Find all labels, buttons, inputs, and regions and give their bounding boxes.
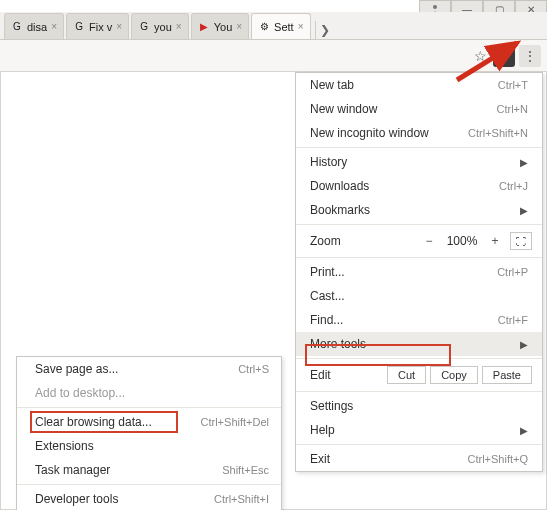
extension-button[interactable]: ⋯ [493,45,515,67]
menu-separator [17,407,281,408]
menu-separator [296,358,542,359]
menu-label: Extensions [35,439,94,453]
tab-3[interactable]: ▶ You × [191,13,249,39]
tab-title: Fix v [89,21,112,33]
close-icon[interactable]: × [176,21,182,32]
menu-edit: Edit Cut Copy Paste [296,361,542,389]
menu-label: Bookmarks [310,203,370,217]
menu-label: Developer tools [35,492,118,506]
close-icon[interactable]: × [116,21,122,32]
menu-shortcut: Ctrl+S [238,363,269,375]
menu-separator [296,224,542,225]
google-favicon-icon: G [11,21,23,32]
google-favicon-icon: G [138,21,150,32]
submenu-add-desktop[interactable]: Add to desktop... [17,381,281,405]
menu-separator [17,484,281,485]
new-tab-button[interactable]: ❯ [315,21,335,39]
submenu-arrow-icon: ▶ [520,157,528,168]
menu-label: History [310,155,347,169]
menu-label: Find... [310,313,343,327]
menu-more-tools[interactable]: More tools ▶ [296,332,542,356]
settings-favicon-icon: ⚙ [258,21,270,32]
menu-label: Clear browsing data... [35,415,152,429]
menu-new-window[interactable]: New window Ctrl+N [296,97,542,121]
more-tools-submenu: Save page as... Ctrl+S Add to desktop...… [16,356,282,510]
chrome-main-menu: New tab Ctrl+T New window Ctrl+N New inc… [295,72,543,472]
fullscreen-button[interactable]: ⛶ [510,232,532,250]
menu-label: Save page as... [35,362,118,376]
menu-label: Edit [310,368,383,382]
close-icon[interactable]: × [51,21,57,32]
submenu-clear-browsing-data[interactable]: Clear browsing data... Ctrl+Shift+Del [17,410,281,434]
menu-shortcut: Ctrl+Shift+I [214,493,269,505]
tab-2[interactable]: G you × [131,13,189,39]
menu-shortcut: Ctrl+F [498,314,528,326]
tab-title: disa [27,21,47,33]
submenu-arrow-icon: ▶ [520,425,528,436]
menu-shortcut: Ctrl+P [497,266,528,278]
tab-title: You [214,21,233,33]
tab-0[interactable]: G disa × [4,13,64,39]
menu-downloads[interactable]: Downloads Ctrl+J [296,174,542,198]
close-icon[interactable]: × [236,21,242,32]
menu-new-incognito[interactable]: New incognito window Ctrl+Shift+N [296,121,542,145]
submenu-developer-tools[interactable]: Developer tools Ctrl+Shift+I [17,487,281,510]
close-icon[interactable]: × [298,21,304,32]
menu-shortcut: Ctrl+Shift+Del [201,416,269,428]
menu-shortcut: Ctrl+J [499,180,528,192]
menu-cast[interactable]: Cast... [296,284,542,308]
menu-shortcut: Ctrl+Shift+N [468,127,528,139]
menu-zoom: Zoom − 100% + ⛶ [296,227,542,255]
menu-label: New incognito window [310,126,429,140]
tab-title: you [154,21,172,33]
tab-4[interactable]: ⚙ Sett × [251,13,310,39]
google-favicon-icon: G [73,21,85,32]
menu-label: Cast... [310,289,345,303]
tab-strip: G disa × G Fix v × G you × ▶ You × ⚙ Set… [0,12,547,40]
zoom-value: 100% [440,234,484,248]
menu-shortcut: Shift+Esc [222,464,269,476]
menu-bookmarks[interactable]: Bookmarks ▶ [296,198,542,222]
menu-label: Help [310,423,335,437]
menu-history[interactable]: History ▶ [296,150,542,174]
menu-label: Settings [310,399,353,413]
copy-button[interactable]: Copy [430,366,478,384]
bookmark-star-icon[interactable]: ☆ [474,48,487,64]
zoom-out-button[interactable]: − [418,234,440,248]
toolbar: ☆ ⋯ ⋮ [0,40,547,72]
menu-shortcut: Ctrl+T [498,79,528,91]
menu-new-tab[interactable]: New tab Ctrl+T [296,73,542,97]
menu-shortcut: Ctrl+Shift+Q [467,453,528,465]
menu-shortcut: Ctrl+N [497,103,528,115]
menu-help[interactable]: Help ▶ [296,418,542,442]
menu-label: Task manager [35,463,110,477]
menu-label: Downloads [310,179,369,193]
menu-find[interactable]: Find... Ctrl+F [296,308,542,332]
menu-label: Add to desktop... [35,386,125,400]
submenu-arrow-icon: ▶ [520,205,528,216]
menu-separator [296,391,542,392]
menu-exit[interactable]: Exit Ctrl+Shift+Q [296,447,542,471]
menu-separator [296,147,542,148]
chrome-menu-button[interactable]: ⋮ [519,45,541,67]
menu-label: New tab [310,78,354,92]
menu-label: New window [310,102,377,116]
submenu-save-page[interactable]: Save page as... Ctrl+S [17,357,281,381]
menu-settings[interactable]: Settings [296,394,542,418]
submenu-extensions[interactable]: Extensions [17,434,281,458]
submenu-arrow-icon: ▶ [520,339,528,350]
tab-1[interactable]: G Fix v × [66,13,129,39]
paste-button[interactable]: Paste [482,366,532,384]
menu-separator [296,257,542,258]
menu-label: Print... [310,265,345,279]
submenu-task-manager[interactable]: Task manager Shift+Esc [17,458,281,482]
tab-title: Sett [274,21,294,33]
cut-button[interactable]: Cut [387,366,426,384]
svg-point-0 [433,5,437,9]
menu-separator [296,444,542,445]
menu-label: More tools [310,337,366,351]
menu-print[interactable]: Print... Ctrl+P [296,260,542,284]
menu-label: Zoom [310,234,418,248]
zoom-in-button[interactable]: + [484,234,506,248]
menu-label: Exit [310,452,330,466]
